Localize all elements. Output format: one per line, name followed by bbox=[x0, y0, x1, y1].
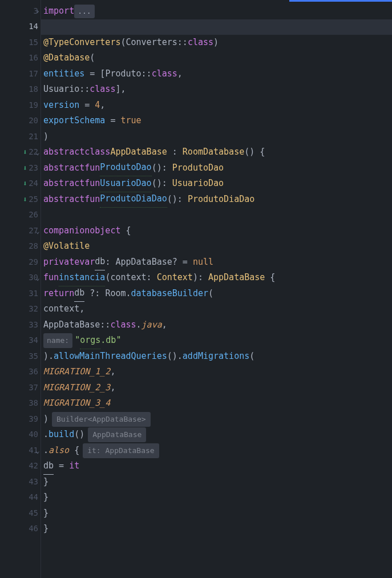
line-number[interactable]: 15 bbox=[0, 35, 41, 51]
line-number[interactable]: 43 bbox=[0, 474, 41, 490]
line-number[interactable]: 33 bbox=[0, 317, 41, 333]
code-line[interactable]: } bbox=[43, 490, 392, 506]
line-number[interactable]: ⬇24 bbox=[0, 176, 41, 192]
code-line[interactable]: entities = [Produto::class, bbox=[43, 66, 392, 82]
line-number[interactable]: ⬇25 bbox=[0, 192, 41, 208]
code-line[interactable]: MIGRATION_1_2, bbox=[43, 365, 392, 381]
code-line[interactable]: abstract class AppDataBase : RoomDatabas… bbox=[43, 145, 392, 161]
code-editor[interactable]: 3› 14 15 16 17 18 19 20 21 ⬇22⌄ ⬇23 ⬇24 … bbox=[0, 0, 392, 578]
code-line[interactable]: AppDataBase::class.java, bbox=[43, 317, 392, 333]
line-number[interactable]: 32 bbox=[0, 302, 41, 318]
line-number[interactable]: 44 bbox=[0, 490, 41, 506]
code-line[interactable]: } bbox=[43, 506, 392, 522]
code-line[interactable]: abstract fun ProdutoDiaDao(): ProdutoDia… bbox=[43, 192, 392, 208]
line-number[interactable]: 40 bbox=[0, 427, 41, 443]
override-down-icon[interactable]: ⬇ bbox=[23, 193, 27, 207]
line-number[interactable]: 45 bbox=[0, 506, 41, 522]
line-number[interactable]: 38 bbox=[0, 396, 41, 412]
line-number[interactable]: 27⌄ bbox=[0, 223, 41, 239]
fold-ellipsis[interactable]: ... bbox=[74, 5, 94, 18]
line-number-active[interactable]: 14 bbox=[0, 19, 41, 35]
fold-chevron-icon[interactable]: › bbox=[34, 5, 42, 18]
current-line-highlight bbox=[41, 19, 392, 35]
gutter[interactable]: 3› 14 15 16 17 18 19 20 21 ⬇22⌄ ⬇23 ⬇24 … bbox=[0, 0, 41, 578]
code-line[interactable]: companion object { bbox=[43, 223, 392, 239]
code-line[interactable]: } bbox=[43, 522, 392, 537]
code-line[interactable]: fun instancia(context: Context): AppData… bbox=[43, 270, 392, 286]
fold-chevron-icon[interactable]: ⌄ bbox=[34, 444, 42, 457]
line-number[interactable]: ⬇22⌄ bbox=[0, 145, 41, 161]
fold-chevron-icon[interactable]: ⌄ bbox=[34, 225, 42, 237]
line-number[interactable]: 20 bbox=[0, 114, 41, 130]
code-line[interactable]: db = it bbox=[43, 459, 392, 475]
type-hint: it: AppDataBase bbox=[83, 443, 159, 458]
code-line[interactable]: ) bbox=[43, 129, 392, 145]
code-line[interactable]: .build()AppDataBase bbox=[43, 427, 392, 443]
code-line[interactable]: name:"orgs.db" bbox=[43, 333, 392, 349]
override-down-icon[interactable]: ⬇ bbox=[23, 177, 27, 191]
line-number[interactable]: 37 bbox=[0, 380, 41, 396]
code-line[interactable]: private var db: AppDataBase? = null bbox=[43, 254, 392, 270]
line-number[interactable]: 17 bbox=[0, 66, 41, 82]
type-hint: Builder<AppDataBase> bbox=[52, 412, 151, 427]
code-line[interactable]: context, bbox=[43, 302, 392, 318]
line-number[interactable]: 42 bbox=[0, 459, 41, 475]
line-number[interactable]: 26 bbox=[0, 208, 41, 224]
line-number[interactable]: 31 bbox=[0, 286, 41, 302]
line-number[interactable]: 3› bbox=[0, 3, 41, 19]
code-line[interactable]: @Database( bbox=[43, 51, 392, 67]
fold-chevron-icon[interactable]: ⌄ bbox=[34, 272, 42, 284]
override-down-icon[interactable]: ⬇ bbox=[23, 161, 27, 175]
code-line[interactable]: abstract fun ProdutoDao(): ProdutoDao bbox=[43, 160, 392, 176]
code-line[interactable]: @Volatile bbox=[43, 239, 392, 255]
line-number[interactable]: 28 bbox=[0, 239, 41, 255]
line-number[interactable]: 41⌄ bbox=[0, 443, 41, 459]
line-number[interactable]: 35 bbox=[0, 349, 41, 365]
line-number[interactable]: ⬇23 bbox=[0, 160, 41, 176]
code-line[interactable]: MIGRATION_3_4 bbox=[43, 396, 392, 412]
code-line[interactable]: .also {it: AppDataBase bbox=[43, 443, 392, 459]
line-number[interactable]: 34 bbox=[0, 333, 41, 349]
code-line[interactable]: import ... bbox=[43, 3, 392, 19]
line-number[interactable]: 46 bbox=[0, 522, 41, 537]
line-number[interactable]: 39 bbox=[0, 411, 41, 427]
code-line[interactable]: @TypeConverters(Converters::class) bbox=[43, 35, 392, 51]
line-number[interactable]: 21 bbox=[0, 129, 41, 145]
line-number[interactable]: 29 bbox=[0, 254, 41, 270]
code-line[interactable] bbox=[43, 208, 392, 224]
code-line[interactable]: } bbox=[43, 474, 392, 490]
override-down-icon[interactable]: ⬇ bbox=[23, 145, 27, 159]
code-content[interactable]: import ... @TypeConverters(Converters::c… bbox=[41, 0, 392, 578]
fold-chevron-icon[interactable]: ⌄ bbox=[34, 146, 42, 159]
line-number[interactable]: 30⌄ bbox=[0, 270, 41, 286]
code-line[interactable]: Usuario::class], bbox=[43, 82, 392, 98]
code-line[interactable]: ).allowMainThreadQueries().addMigrations… bbox=[43, 349, 392, 365]
line-number[interactable]: 19 bbox=[0, 98, 41, 114]
line-number[interactable]: 18 bbox=[0, 82, 41, 98]
code-line[interactable]: version = 4, bbox=[43, 98, 392, 114]
parameter-hint: name: bbox=[43, 333, 72, 348]
code-line[interactable]: MIGRATION_2_3, bbox=[43, 380, 392, 396]
code-line[interactable]: abstract fun UsuarioDao(): UsuarioDao bbox=[43, 176, 392, 192]
line-number[interactable]: 16 bbox=[0, 51, 41, 67]
code-line[interactable]: return db ?: Room.databaseBuilder( bbox=[43, 286, 392, 302]
type-hint: AppDataBase bbox=[88, 427, 146, 442]
code-line[interactable]: exportSchema = true bbox=[43, 114, 392, 130]
line-number[interactable]: 36 bbox=[0, 365, 41, 381]
code-line[interactable]: )Builder<AppDataBase> bbox=[43, 411, 392, 427]
